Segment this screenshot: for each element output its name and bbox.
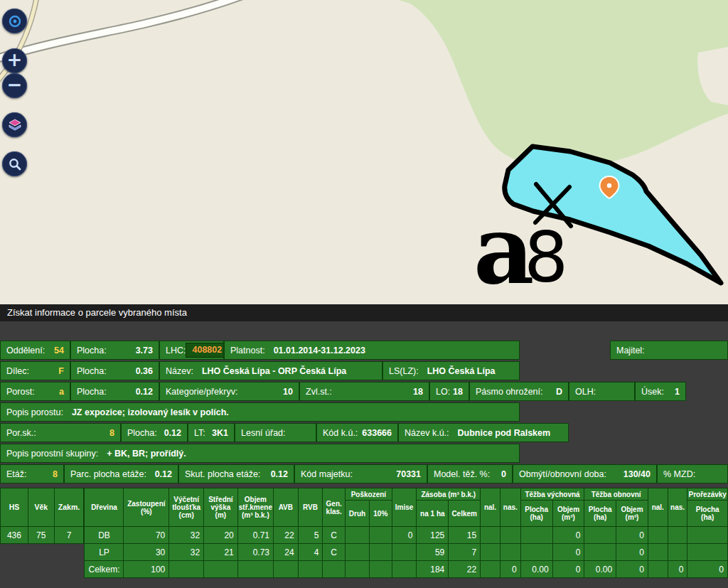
field-mzd: % MZD: — [657, 464, 728, 483]
field-plocha-dilec-label: Plocha: — [77, 366, 107, 376]
field-dilec: Dílec:F — [0, 361, 70, 380]
field-kategorie-prekryv: Kategorie/překryv:10 — [159, 382, 299, 401]
table-cell — [392, 561, 417, 578]
field-plocha-porost: Plocha:0.12 — [70, 382, 159, 401]
table-cell: Celkem: — [85, 561, 124, 578]
column-header: nas. — [668, 488, 687, 527]
field-lt: LT:3K1 — [188, 423, 235, 442]
zoom-in-button[interactable]: + — [2, 48, 27, 73]
column-header: Výčetní tloušťka (cm) — [169, 488, 204, 527]
field-parc-plocha-etaze-value: 0.12 — [155, 469, 172, 479]
table-cell: 0.71 — [237, 527, 273, 544]
plus-icon: + — [7, 49, 23, 70]
table-cell — [298, 561, 323, 578]
table-cell: 4 — [298, 544, 323, 561]
table-cell: 70 — [124, 527, 169, 544]
table-row: LP3032210.73244C59700 — [85, 544, 728, 561]
column-header: Celkem — [449, 501, 481, 527]
search-button[interactable] — [2, 151, 27, 176]
field-kod-ku-value: 633666 — [362, 428, 392, 438]
field-kod-majetku-value: 70331 — [396, 469, 421, 479]
field-zvl-st-label: Zvl.st.: — [306, 387, 332, 397]
field-popis-porostni-skupiny-label: Popis porostní skupiny: — [6, 449, 98, 459]
field-etaz-label: Etáž: — [6, 469, 27, 479]
field-plocha-oddeleni-value: 3.73 — [136, 346, 153, 356]
table-cell — [584, 544, 616, 561]
table-cell — [520, 527, 552, 544]
field-pasmo-ohrozeni-label: Pásmo ohrožení: — [476, 387, 543, 397]
field-olh: OLH: — [569, 382, 635, 401]
info-toolbar: Získat informace o parcele vybraného mís… — [0, 304, 728, 321]
zoom-out-button[interactable]: − — [2, 73, 27, 98]
locate-button[interactable] — [2, 9, 27, 33]
table-cell: DB — [85, 527, 124, 544]
table-cell — [648, 544, 668, 561]
column-header: Zastoupení (%) — [124, 488, 169, 527]
field-dilec-value: F — [58, 366, 64, 376]
table-cell — [584, 527, 616, 544]
field-usek-value: 1 — [675, 387, 680, 397]
field-skut-plocha-etaze-value: 0.12 — [271, 469, 288, 479]
table-cell: 0 — [392, 527, 417, 544]
field-obmyti-obnovni-doba-label: Obmýtí/obnovní doba: — [519, 469, 606, 479]
field-lesni-urad: Lesní úřad: — [235, 423, 316, 442]
table-cell — [687, 527, 728, 544]
crosshair-icon — [7, 14, 23, 29]
field-por-sk-label: Por.sk.: — [6, 428, 36, 438]
column-header: AVB — [273, 488, 298, 527]
layers-icon — [7, 117, 23, 133]
table-cell: 0.73 — [237, 544, 273, 561]
field-ls-lz-value: LHO Česká Lípa — [427, 366, 496, 376]
field-platnost: Platnost:01.01.2014-31.12.2023 — [224, 341, 520, 360]
table-cell — [481, 544, 500, 561]
table-cell — [500, 527, 520, 544]
field-parc-plocha-etaze: Parc. plocha etáže:0.12 — [64, 464, 178, 483]
table-cell — [687, 544, 728, 561]
field-popis-porostni-skupiny: Popis porostní skupiny:+ BK, BR; prořídl… — [0, 444, 520, 463]
field-plocha-por-sk-label: Plocha: — [127, 428, 157, 438]
info-row: Por.sk.:8Plocha:0.12LT:3K1Lesní úřad:Kód… — [0, 423, 728, 442]
magnifier-icon — [7, 156, 23, 172]
column-header: Dřevina — [85, 488, 124, 527]
table-cell: 436 — [1, 527, 28, 544]
table-cell — [520, 544, 552, 561]
field-platnost-value: 01.01.2014-31.12.2023 — [274, 346, 365, 356]
toolbar-text: Získat informace o parcele vybraného mís… — [7, 307, 187, 318]
age-table: HSVěkZakm.436757 — [0, 488, 84, 544]
field-plocha-porost-value: 0.12 — [136, 387, 153, 397]
table-cell: 20 — [204, 527, 238, 544]
table-cell — [273, 561, 298, 578]
field-plocha-dilec-value: 0.36 — [136, 366, 153, 376]
table-cell: 0 — [668, 561, 687, 578]
table-cell: 0.00 — [584, 561, 616, 578]
table-total-row: Celkem:1001842200.0000.00000 — [85, 561, 728, 578]
column-header: 10% — [369, 501, 392, 527]
field-kod-majetku: Kód majetku:70331 — [294, 464, 427, 483]
field-porost: Porost:a — [0, 382, 70, 401]
field-oddeleni: Oddělení:54 — [0, 341, 70, 360]
column-header: Plocha (ha) — [520, 501, 552, 527]
field-nazev-ku-label: Název k.ú.: — [405, 428, 449, 438]
field-parc-plocha-etaze-label: Parc. plocha etáže: — [70, 469, 146, 479]
table-cell: 59 — [417, 544, 449, 561]
info-row: Dílec:FPlocha:0.36Název:LHO Česká Lípa -… — [0, 361, 728, 380]
table-cell — [346, 561, 370, 578]
field-lt-value: 3K1 — [212, 428, 228, 438]
table-cell: LP — [85, 544, 124, 561]
field-obmyti-obnovni-doba: Obmýtí/obnovní doba:130/40 — [513, 464, 657, 483]
field-majitel: Majitel: — [610, 341, 728, 360]
field-usek-label: Úsek: — [641, 387, 664, 397]
field-etaz: Etáž:8 — [0, 464, 64, 483]
column-group-pro-ez-vky: Prořezávky — [687, 488, 728, 501]
table-cell — [323, 561, 346, 578]
field-oddeleni-label: Oddělení: — [6, 346, 45, 356]
layers-button[interactable] — [2, 112, 27, 137]
table-cell: 75 — [28, 527, 54, 544]
table-cell: 0 — [552, 561, 584, 578]
field-lhc-value: 408802 — [186, 343, 224, 358]
column-group-z-soba-m-b-k: Zásoba (m³ b.k.) — [417, 488, 481, 501]
map[interactable]: a 8 + − — [0, 0, 728, 304]
table-cell — [648, 561, 668, 578]
column-header: RVB — [298, 488, 323, 527]
field-nazev: Název:LHO Česká Lípa - ORP Česká Lípa — [159, 361, 382, 380]
